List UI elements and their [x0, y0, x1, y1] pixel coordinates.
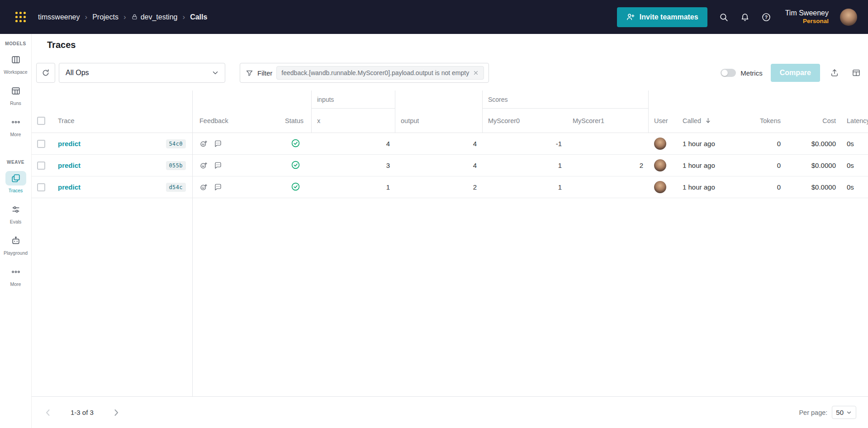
invite-teammates-label: Invite teammates: [640, 13, 698, 21]
group-header-inputs: inputs: [311, 90, 395, 109]
column-header-latency[interactable]: Latency: [841, 109, 868, 133]
cell-tokens: 0: [734, 133, 786, 154]
call-id-chip[interactable]: d54c: [166, 183, 186, 192]
remove-filter-icon[interactable]: [473, 70, 479, 76]
runs-icon: [11, 86, 21, 96]
call-id-chip[interactable]: 54c0: [166, 139, 186, 148]
cell-called: 1 hour ago: [678, 176, 734, 198]
sidebar-item-label: More: [10, 132, 21, 137]
breadcrumb-project[interactable]: dev_testing: [141, 13, 178, 21]
lock-icon: [131, 14, 138, 20]
row-checkbox[interactable]: [37, 183, 45, 191]
sidebar-item-evals[interactable]: Evals: [0, 202, 31, 224]
search-icon[interactable]: [719, 12, 729, 22]
breadcrumb-separator: ›: [182, 13, 185, 22]
column-header-output[interactable]: output: [395, 109, 482, 133]
cell-cost: $0.0000: [786, 155, 841, 176]
add-reaction-icon[interactable]: [199, 183, 208, 191]
workspace-icon: [11, 55, 21, 65]
cell-output: 4: [395, 155, 482, 176]
trace-link[interactable]: predict: [58, 162, 81, 169]
sidebar-item-runs[interactable]: Runs: [0, 84, 31, 106]
status-success-icon: [291, 160, 300, 171]
column-header-called[interactable]: Called: [678, 109, 734, 133]
column-header-x[interactable]: x: [311, 109, 395, 133]
table-row[interactable]: predict d54c: [32, 176, 868, 198]
comment-icon[interactable]: [214, 162, 222, 170]
sidebar-item-label: Traces: [9, 188, 23, 193]
invite-teammates-button[interactable]: Invite teammates: [617, 7, 707, 27]
previous-page-button[interactable]: [41, 405, 55, 420]
metrics-toggle[interactable]: [721, 69, 736, 77]
refresh-icon: [42, 69, 50, 77]
per-page-select[interactable]: 50: [832, 406, 856, 419]
playground-icon: [11, 236, 21, 246]
user-avatar[interactable]: [840, 9, 857, 26]
sort-descending-icon[interactable]: [705, 117, 711, 124]
cell-latency: 0s: [841, 176, 868, 198]
sidebar-section-models: MODELS: [5, 41, 26, 46]
breadcrumb-separator: ›: [123, 13, 126, 22]
chevron-right-icon: [111, 407, 122, 418]
metrics-toggle-label: Metrics: [740, 69, 762, 77]
row-checkbox[interactable]: [37, 162, 45, 170]
trace-link[interactable]: predict: [58, 140, 81, 147]
export-icon[interactable]: [830, 68, 839, 77]
wandb-logo[interactable]: [14, 10, 27, 24]
row-user-avatar: [654, 181, 666, 193]
table-row[interactable]: predict 055b: [32, 155, 868, 176]
cell-latency: 0s: [841, 155, 868, 176]
column-header-cost[interactable]: Cost: [786, 109, 841, 133]
refresh-button[interactable]: [36, 63, 55, 83]
column-header-myscorer1[interactable]: MyScorer1: [567, 109, 649, 133]
sidebar-item-traces[interactable]: Traces: [0, 171, 31, 193]
next-page-button[interactable]: [109, 405, 123, 420]
row-user-avatar: [654, 159, 666, 171]
compare-button[interactable]: Compare: [771, 64, 820, 82]
breadcrumb-account[interactable]: timssweeney: [38, 13, 80, 21]
sidebar-item-workspace[interactable]: Workspace: [0, 52, 31, 75]
column-header-trace[interactable]: Trace: [52, 109, 192, 133]
cell-myscorer1: 2: [567, 155, 649, 176]
column-header-myscorer0[interactable]: MyScorer0: [482, 109, 567, 133]
add-reaction-icon[interactable]: [199, 162, 208, 170]
traces-icon: [11, 173, 21, 183]
column-header-feedback[interactable]: Feedback: [192, 109, 280, 133]
ops-filter-select[interactable]: All Ops: [59, 63, 225, 83]
sidebar-item-more-models[interactable]: More: [0, 115, 31, 137]
row-checkbox[interactable]: [37, 140, 45, 148]
main-content: Traces All Ops Filter feedback.[wandb.ru…: [32, 34, 868, 428]
column-header-status[interactable]: Status: [280, 109, 311, 133]
cell-input-x: 3: [311, 155, 395, 176]
sidebar-item-label: More: [10, 281, 21, 287]
table-row[interactable]: predict 54c0: [32, 133, 868, 155]
sidebar-item-more-weave[interactable]: More: [0, 265, 31, 287]
breadcrumb-projects[interactable]: Projects: [92, 13, 119, 21]
column-header-tokens[interactable]: Tokens: [734, 109, 786, 133]
column-settings-icon[interactable]: [852, 68, 861, 77]
chevron-left-icon: [43, 407, 53, 418]
select-all-checkbox[interactable]: [37, 117, 45, 125]
comment-icon[interactable]: [214, 140, 222, 148]
pinned-column-divider: [192, 90, 193, 396]
add-reaction-icon[interactable]: [199, 140, 208, 148]
calls-table: inputs Scores Trace Feedback Status x ou…: [32, 90, 868, 396]
cell-myscorer0: -1: [482, 133, 567, 154]
per-page-value: 50: [836, 409, 844, 416]
calls-toolbar: All Ops Filter feedback.[wandb.runnable.…: [36, 63, 861, 83]
column-header-row: Trace Feedback Status x output MyScorer0…: [32, 109, 868, 133]
pagination-footer: 1-3 of 3 Per page: 50: [32, 396, 868, 428]
comment-icon[interactable]: [214, 183, 222, 191]
sidebar-item-playground[interactable]: Playground: [0, 233, 31, 256]
chevron-down-icon: [211, 69, 219, 77]
call-id-chip[interactable]: 055b: [166, 161, 186, 170]
filter-label: Filter: [257, 69, 272, 77]
pagination-range: 1-3 of 3: [71, 409, 94, 416]
trace-link[interactable]: predict: [58, 183, 81, 191]
per-page-label: Per page:: [799, 409, 827, 416]
notifications-bell-icon[interactable]: [740, 12, 750, 22]
filter-chip[interactable]: feedback.[wandb.runnable.MyScorer0].payl…: [276, 66, 484, 80]
column-header-user[interactable]: User: [649, 109, 678, 133]
row-user-avatar: [654, 138, 666, 150]
help-icon[interactable]: ?: [761, 12, 771, 22]
